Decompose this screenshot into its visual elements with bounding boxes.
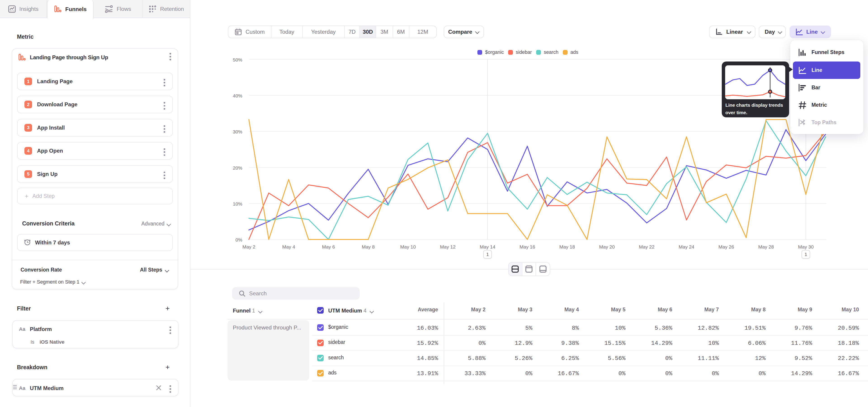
svg-text:20%: 20% [233, 165, 242, 170]
svg-text:30%: 30% [233, 129, 242, 134]
svg-text:40%: 40% [233, 93, 242, 98]
svg-text:0%: 0% [236, 237, 242, 242]
svg-text:50%: 50% [233, 57, 242, 62]
svg-text:10%: 10% [233, 201, 242, 207]
